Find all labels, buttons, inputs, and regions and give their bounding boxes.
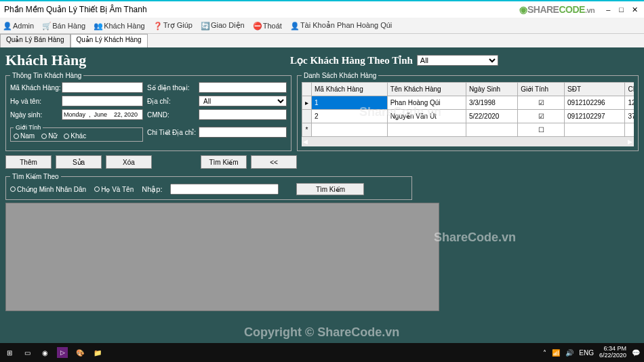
tray-up-icon[interactable]: ˄ [543,349,546,357]
tab-strip: Quản Lý Bán Hàng Quản Lý Khách Hàng [0,34,644,47]
vs-icon[interactable]: ▷ [57,347,68,358]
gender-legend: Giới Tính [14,124,43,131]
horizontal-scrollbar[interactable]: ◀▶ [302,137,634,146]
menu-admin[interactable]: 👤Admin [3,22,34,30]
menu-thoat[interactable]: ⛔Thoát [253,22,282,30]
radio-nu[interactable]: Nữ [41,132,57,140]
clock[interactable]: 6:34 PM 6/22/2020 [599,346,626,359]
titlebar: Phần Mềm Quản Lý Thiết Bị Âm Thanh ◉SHAR… [0,0,644,18]
gender-group: Giới Tính Nam Nữ Khác [10,124,143,142]
col-cmnd[interactable]: CMND [625,83,634,96]
users-icon: 👥 [94,22,102,30]
window-controls: – □ ✕ [603,5,640,14]
table-row[interactable]: 2 Nguyễn Văn Út 5/22/2020 ☑ 0912102297 3… [302,110,635,123]
delete-button[interactable]: Xóa [106,155,152,169]
ma-input[interactable] [62,82,143,93]
nhap-label: Nhập: [142,185,162,194]
radio-khac[interactable]: Khác [64,132,86,140]
col-ten[interactable]: Tên Khách Hàng [387,83,466,96]
cart-icon: 🛒 [42,22,50,30]
tab-khachhang[interactable]: Quản Lý Khách Hàng [71,34,148,47]
minimize-button[interactable]: – [603,5,613,14]
page-title: Khách Hàng [5,52,290,69]
search-legend: Tìm Kiếm Theo [10,173,61,180]
add-button[interactable]: Thêm [5,155,52,169]
col-sdt[interactable]: SĐT [565,83,625,96]
customer-info-group: Thông Tin Khách Hàng Mã Khách Hàng: Số đ… [5,72,291,151]
maximize-button[interactable]: □ [616,5,627,14]
notification-icon[interactable]: 💬 [632,349,640,357]
user-icon: 👤 [3,22,11,30]
help-icon: ❓ [153,22,161,30]
taskbar: ⊞ ▭ ◉ ▷ 🎨 📁 ˄ 📶 🔊 ENG 6:34 PM 6/22/2020 … [0,343,644,362]
datagrid[interactable]: Mã Khách Hàng Tên Khách Hàng Ngày Sinh G… [302,82,634,146]
edit-button[interactable]: Sửa [56,155,102,169]
diachi-select[interactable]: All [199,96,287,106]
theme-icon: 🔄 [201,22,209,30]
sharecode-logo: ◉SHARECODE.vn [519,4,595,15]
window-title: Phần Mềm Quản Lý Thiết Bị Âm Thanh [4,5,519,14]
menu-khachhang[interactable]: 👥Khách Hàng [94,22,145,30]
hoten-input[interactable] [62,96,143,106]
account-icon: 👤 [290,22,298,30]
customer-info-legend: Thông Tin Khách Hàng [10,72,83,79]
radio-nam[interactable]: Nam [14,132,35,140]
radio-hoten[interactable]: Họ Và Tên [94,186,134,193]
radio-cmnd[interactable]: Chứng Minh Nhân Dân [10,186,86,193]
diachi-label: Địa chỉ: [147,98,195,105]
sdt-input[interactable] [199,82,287,93]
action-bar: Thêm Sửa Xóa Tìm Kiếm << [5,155,639,169]
chrome-icon[interactable]: ◉ [39,347,50,358]
menu-giaodien[interactable]: 🔄Giao Diện [201,21,245,30]
customer-list-group: Danh Sách Khách Hàng Mã Khách Hàng Tên K… [297,72,639,151]
search-button[interactable]: Tìm Kiếm [201,155,247,169]
ngaysinh-label: Ngày sinh: [10,111,58,119]
taskview-icon[interactable]: ▭ [22,347,33,358]
lang-indicator[interactable]: ENG [579,349,594,357]
paint-icon[interactable]: 🎨 [75,347,85,358]
search-submit-button[interactable]: Tìm Kiếm [296,183,364,195]
start-icon[interactable]: ⊞ [4,347,15,358]
search-group: Tìm Kiếm Theo Chứng Minh Nhân Dân Họ Và … [5,173,412,200]
chitiet-label: Chi Tiết Địa chỉ: [147,129,195,136]
ma-label: Mã Khách Hàng: [10,84,58,92]
cmnd-label: CMND: [147,111,195,119]
table-row-new[interactable]: * ☐ [302,123,635,137]
customer-list-legend: Danh Sách Khách Hàng [302,72,378,79]
search-result-grid[interactable] [5,203,439,311]
hoten-label: Họ và tên: [10,98,58,105]
chitiet-input[interactable] [199,127,287,138]
menu-taikhoan[interactable]: 👤Tài Khoản Phan Hoàng Qúi [290,21,392,30]
sound-icon[interactable]: 🔊 [565,349,573,357]
menu-banhang[interactable]: 🛒Bán Hàng [42,22,85,30]
col-ngaysinh[interactable]: Ngày Sinh [466,83,517,96]
wifi-icon[interactable]: 📶 [552,349,560,357]
menu-trogiup[interactable]: ❓Trợ Giúp [153,21,193,30]
exit-icon: ⛔ [253,22,261,30]
sdt-label: Số điện thoại: [147,84,195,92]
search-input[interactable] [170,184,279,195]
close-button[interactable]: ✕ [629,5,640,14]
menubar: 👤Admin 🛒Bán Hàng 👥Khách Hàng ❓Trợ Giúp 🔄… [0,18,644,34]
table-row[interactable]: ▸ 1 Phan Hoàng Qúi 3/3/1998 ☑ 0912102296… [302,96,635,110]
col-ma[interactable]: Mã Khách Hàng [312,83,388,96]
filter-label: Lọc Khách Hàng Theo Tỉnh [290,54,413,66]
tab-banhang[interactable]: Quản Lý Bán Hàng [0,34,71,47]
back-button[interactable]: << [251,155,297,169]
main-panel: Khách Hàng Lọc Khách Hàng Theo Tỉnh All … [0,47,644,349]
explorer-icon[interactable]: 📁 [92,347,103,358]
cmnd-input[interactable] [199,109,287,120]
ngaysinh-picker[interactable] [62,109,143,120]
province-filter[interactable]: All [417,55,498,66]
col-gioitinh[interactable]: Giới Tính [518,83,565,96]
